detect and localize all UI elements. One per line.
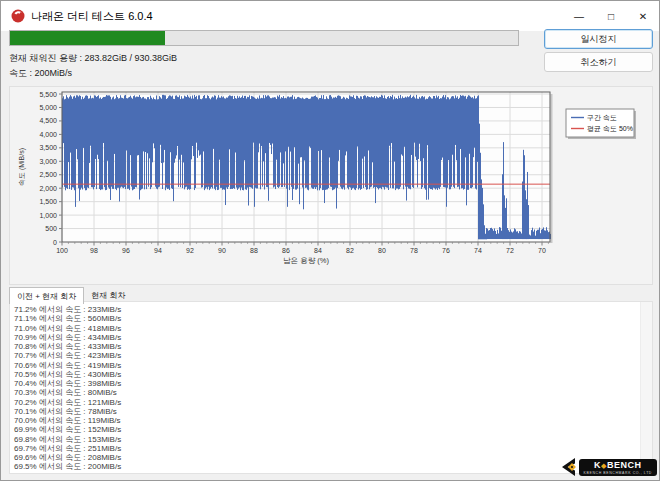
log-entry[interactable]: 69.7% 에서의 속도 : 251MiB/s	[14, 444, 652, 453]
kbench-wordmark: K◆BENCH	[584, 460, 652, 471]
capacity-status: 현재 채워진 용량 : 283.82GiB / 930.38GiB	[9, 52, 177, 65]
kbench-chevron-icon	[559, 457, 577, 477]
log-entry[interactable]: 71.1% 에서의 속도 : 560MiB/s	[14, 314, 652, 323]
log-entry[interactable]: 71.2% 에서의 속도 : 233MiB/s	[14, 305, 652, 314]
progress-fill	[10, 31, 165, 45]
progress-bar	[9, 30, 519, 46]
log-entry[interactable]: 70.5% 에서의 속도 : 430MiB/s	[14, 370, 652, 379]
log-entry[interactable]: 70.0% 에서의 속도 : 119MiB/s	[14, 416, 652, 425]
svg-text:82: 82	[346, 247, 354, 254]
speed-chart-panel: 10098969492908886848280787674727005001,0…	[9, 86, 653, 285]
cancel-button[interactable]: 취소하기	[544, 52, 653, 72]
svg-text:2,500: 2,500	[39, 171, 57, 178]
svg-text:500: 500	[45, 225, 57, 232]
close-button[interactable]: ✕	[627, 1, 659, 31]
svg-text:80: 80	[378, 247, 386, 254]
kbench-subtext: KBENCH BENCHMARK CO., LTD	[584, 471, 652, 475]
log-panel: 71.2% 에서의 속도 : 233MiB/s71.1% 에서의 속도 : 56…	[9, 301, 653, 474]
svg-text:4,500: 4,500	[39, 117, 57, 124]
svg-text:88: 88	[250, 247, 258, 254]
svg-text:96: 96	[122, 247, 130, 254]
svg-text:84: 84	[314, 247, 322, 254]
log-entry[interactable]: 69.9% 에서의 속도 : 152MiB/s	[14, 425, 652, 434]
svg-text:78: 78	[410, 247, 418, 254]
log-entry[interactable]: 70.8% 에서의 속도 : 433MiB/s	[14, 342, 652, 351]
svg-text:90: 90	[218, 247, 226, 254]
svg-text:3,000: 3,000	[39, 158, 57, 165]
maximize-button[interactable]: □	[595, 1, 627, 31]
app-icon	[11, 9, 25, 23]
svg-text:74: 74	[474, 247, 482, 254]
log-list: 71.2% 에서의 속도 : 233MiB/s71.1% 에서의 속도 : 56…	[10, 302, 652, 472]
pause-button[interactable]: 일시정지	[544, 29, 653, 49]
title-bar: 나래온 더티 테스트 6.0.4 — □ ✕	[1, 1, 659, 31]
svg-text:평균 속도 50%: 평균 속도 50%	[587, 125, 633, 133]
log-entry[interactable]: 70.1% 에서의 속도 : 78MiB/s	[14, 407, 652, 416]
log-entry[interactable]: 69.6% 에서의 속도 : 208MiB/s	[14, 453, 652, 462]
svg-text:98: 98	[90, 247, 98, 254]
svg-text:속도 (MiB/s): 속도 (MiB/s)	[18, 148, 26, 186]
svg-text:86: 86	[282, 247, 290, 254]
log-entry[interactable]: 70.2% 에서의 속도 : 121MiB/s	[14, 398, 652, 407]
log-scrollbar[interactable]	[640, 302, 652, 473]
log-entry[interactable]: 69.5% 에서의 속도 : 200MiB/s	[14, 462, 652, 471]
svg-text:1,500: 1,500	[39, 198, 57, 205]
svg-text:100: 100	[56, 247, 68, 254]
svg-text:70: 70	[538, 247, 546, 254]
svg-text:4,000: 4,000	[39, 131, 57, 138]
log-entry[interactable]: 70.7% 에서의 속도 : 423MiB/s	[14, 351, 652, 360]
log-entry[interactable]: 71.0% 에서의 속도 : 418MiB/s	[14, 324, 652, 333]
kbench-text-box: K◆BENCH KBENCH BENCHMARK CO., LTD	[579, 459, 657, 476]
svg-text:1,000: 1,000	[39, 212, 57, 219]
log-entry[interactable]: 70.9% 에서의 속도 : 434MiB/s	[14, 333, 652, 342]
svg-text:92: 92	[186, 247, 194, 254]
speed-status: 속도 : 200MiB/s	[9, 67, 72, 80]
svg-text:5,000: 5,000	[39, 104, 57, 111]
window-title: 나래온 더티 테스트 6.0.4	[31, 9, 153, 24]
svg-text:2,000: 2,000	[39, 185, 57, 192]
log-entry[interactable]: 69.8% 에서의 속도 : 153MiB/s	[14, 435, 652, 444]
svg-text:94: 94	[154, 247, 162, 254]
svg-text:5,500: 5,500	[39, 91, 57, 98]
tab-previous-plus-current[interactable]: 이전 + 현재 회차	[9, 287, 84, 304]
svg-text:72: 72	[506, 247, 514, 254]
minimize-button[interactable]: —	[563, 1, 595, 31]
speed-chart: 10098969492908886848280787674727005001,0…	[10, 87, 652, 284]
svg-text:0: 0	[53, 239, 57, 246]
log-entry[interactable]: 70.6% 에서의 속도 : 419MiB/s	[14, 361, 652, 370]
svg-text:구간 속도: 구간 속도	[587, 114, 617, 121]
svg-text:남은 용량 (%): 남은 용량 (%)	[283, 256, 329, 265]
log-entry[interactable]: 70.4% 에서의 속도 : 398MiB/s	[14, 379, 652, 388]
log-entry[interactable]: 70.3% 에서의 속도 : 80MiB/s	[14, 388, 652, 397]
svg-text:3,500: 3,500	[39, 144, 57, 151]
kbench-logo: K◆BENCH KBENCH BENCHMARK CO., LTD	[559, 457, 657, 477]
svg-text:76: 76	[442, 247, 450, 254]
app-window: 나래온 더티 테스트 6.0.4 — □ ✕ 현재 채워진 용량 : 283.8…	[0, 0, 660, 481]
